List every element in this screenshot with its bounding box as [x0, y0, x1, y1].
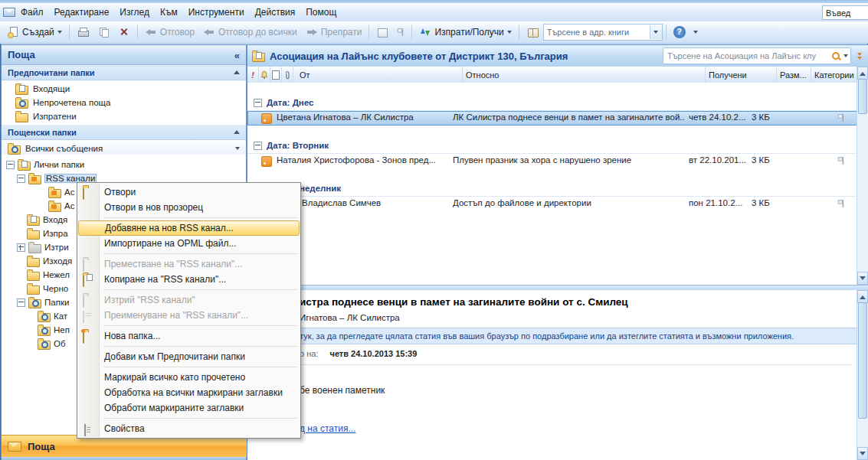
attachment-column[interactable] — [282, 67, 293, 83]
reading-scrollbar[interactable] — [857, 290, 868, 460]
print-button[interactable] — [73, 24, 93, 41]
flag-icon[interactable] — [837, 156, 845, 167]
subject-column[interactable]: Относно — [463, 67, 706, 83]
collapse-icon[interactable] — [17, 299, 25, 307]
rss-message-icon — [261, 156, 272, 167]
favorite-inbox[interactable]: Входящи — [2, 82, 246, 96]
menu-help[interactable]: Помощ — [300, 5, 342, 20]
tree-label: Кат — [54, 312, 67, 321]
context-open[interactable]: Отвори — [78, 184, 300, 200]
collapse-icon[interactable] — [17, 175, 25, 183]
copy-button[interactable] — [93, 24, 113, 41]
context-import-opml[interactable]: Импортиране на OPML файл... — [78, 236, 300, 251]
send-receive-dropdown-arrow[interactable] — [507, 31, 512, 34]
copy-folder-icon — [83, 273, 95, 285]
send-receive-button[interactable]: Изпрати/Получи — [415, 24, 515, 41]
context-process-marked-headers[interactable]: Обработи маркираните заглавки — [78, 400, 300, 416]
menu-actions[interactable]: Действия — [250, 5, 301, 20]
received-column[interactable]: Получени — [706, 67, 777, 83]
list-scrollbar[interactable] — [857, 67, 868, 285]
help-button[interactable] — [670, 24, 689, 41]
new-dropdown-arrow[interactable] — [57, 31, 62, 34]
folder-icon — [252, 53, 265, 62]
collapse-section-icon[interactable] — [234, 130, 240, 134]
context-add-rss-feed[interactable]: Добавяне на нов RSS канал... — [78, 220, 300, 236]
toolbar-overflow-button[interactable] — [692, 29, 699, 35]
item-type-column[interactable] — [270, 67, 282, 83]
context-mark-all-read[interactable]: Маркирай всичко като прочетено — [78, 370, 300, 385]
context-properties[interactable]: Свойства — [78, 421, 300, 436]
importance-column[interactable] — [247, 67, 259, 83]
context-delete-folder[interactable]: Изтрий "RSS канали" — [78, 292, 300, 308]
search-icon[interactable] — [831, 51, 841, 61]
context-item-label: Отвори в нов прозорец — [104, 202, 203, 213]
context-move-folder[interactable]: Преместване на "RSS канали"... — [78, 256, 300, 272]
instant-search-input[interactable] — [666, 51, 829, 61]
search-dropdown-arrow[interactable] — [843, 54, 848, 57]
new-button[interactable]: Създай — [3, 24, 66, 41]
menu-file[interactable]: Файл — [15, 5, 49, 20]
menu-edit[interactable]: Редактиране — [49, 5, 115, 20]
expand-icon[interactable] — [17, 243, 25, 252]
context-new-folder[interactable]: Нова папка... — [78, 328, 300, 344]
from-column[interactable]: От — [293, 67, 463, 83]
context-process-all-marked-headers[interactable]: Обработка на всички маркирани заглавки — [78, 385, 300, 400]
mail-folders-header[interactable]: Пощенски папки — [2, 125, 246, 140]
context-open-new-window[interactable]: Отвори в нов прозорец — [78, 200, 300, 215]
expand-query-builder-icon[interactable] — [856, 51, 863, 61]
favorites-header[interactable]: Предпочитани папки — [2, 65, 246, 80]
delete-button[interactable] — [114, 24, 134, 41]
scroll-thumb[interactable] — [858, 79, 867, 114]
minimize-navpane-icon[interactable] — [234, 48, 240, 62]
chevron-down-icon — [653, 31, 658, 34]
size-column[interactable]: Разм... — [777, 67, 811, 83]
document-icon — [272, 70, 280, 80]
type-question-box[interactable] — [822, 5, 868, 20]
favorite-unread-mail[interactable]: Непрочетена поща — [2, 96, 246, 109]
message-row[interactable]: Наталия Христофорова - Зонов пред... Плу… — [247, 154, 857, 168]
address-search-dropdown[interactable] — [650, 25, 662, 39]
group-header-tuesday[interactable]: Дата: Вторник — [247, 138, 857, 154]
message-received: пон 21.10.2... — [689, 198, 752, 207]
collapse-section-icon[interactable] — [234, 70, 240, 74]
address-book-button[interactable] — [522, 24, 542, 41]
reply-all-button[interactable]: Отговор до всички — [199, 24, 301, 41]
forward-button[interactable]: Препрати — [302, 24, 366, 41]
message-received: четв 24.10.2... — [689, 113, 752, 122]
collapse-group-icon[interactable] — [254, 99, 262, 107]
collapse-group-icon[interactable] — [254, 142, 262, 150]
menu-tools[interactable]: Инструменти — [183, 5, 250, 20]
search-folder-icon — [28, 299, 41, 308]
favorite-sent-items[interactable]: Изпратени — [2, 109, 246, 123]
collapse-icon[interactable] — [6, 161, 15, 169]
scroll-down-button[interactable] — [857, 272, 868, 285]
scroll-down-button[interactable] — [857, 447, 868, 460]
tree-item-personal-folders[interactable]: Лични папки — [2, 158, 246, 171]
group-header-monday[interactable]: неделник — [247, 181, 857, 197]
reminder-column[interactable] — [259, 67, 270, 83]
follow-up-button[interactable] — [393, 25, 408, 39]
menu-view[interactable]: Изглед — [114, 5, 155, 20]
flag-icon[interactable] — [837, 113, 845, 124]
categorize-button[interactable] — [372, 24, 392, 41]
infobar[interactable]: тук, за да прегледате цялата статия във … — [247, 328, 857, 344]
view-article-link[interactable]: д на статия... — [300, 423, 851, 434]
delete-folder-icon — [83, 294, 95, 306]
reply-button[interactable]: Отговор — [141, 24, 198, 41]
chevron-down-icon[interactable] — [235, 147, 240, 150]
menu-go[interactable]: Към — [155, 5, 183, 20]
message-row[interactable]: Цветана Игнатова – ЛК Силистра ЛК Силист… — [247, 111, 857, 126]
context-add-to-favorites[interactable]: Добави към Предпочитани папки — [78, 349, 300, 364]
scroll-up-button[interactable] — [857, 67, 868, 80]
flag-icon[interactable] — [837, 199, 845, 210]
scroll-up-button[interactable] — [857, 290, 868, 303]
message-row[interactable]: Владислав Симчев Достъп до файлове и дир… — [247, 197, 857, 211]
reply-all-arrow-icon — [203, 26, 215, 38]
scroll-thumb[interactable] — [858, 302, 867, 419]
address-book-search-input[interactable] — [544, 26, 650, 38]
context-rename-folder[interactable]: Преименуване на "RSS канали"... — [78, 308, 300, 323]
context-copy-folder[interactable]: Копиране на "RSS канали"... — [78, 272, 300, 287]
group-header-today[interactable]: Дата: Днес — [247, 95, 857, 111]
column-headers: От Относно Получени Разм... Категории — [247, 67, 857, 83]
folder-icon — [27, 230, 40, 240]
